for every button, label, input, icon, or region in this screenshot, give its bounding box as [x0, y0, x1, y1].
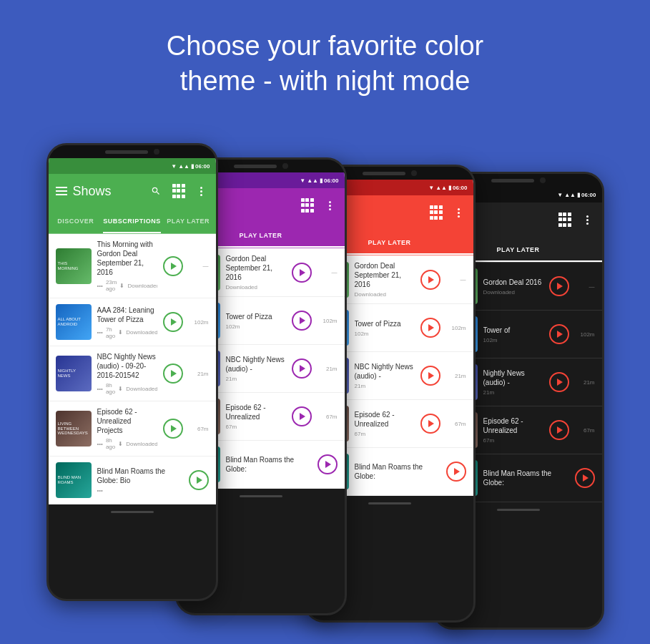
play-button-r3[interactable] — [420, 366, 440, 386]
play-button-p3[interactable] — [292, 358, 312, 379]
meta-time-1: 23m ago — [106, 279, 117, 292]
tab-discover[interactable]: DISCOVER — [49, 208, 104, 233]
podcast-info-d4: Episode 62 - Unrealized 67m — [483, 416, 543, 444]
more-options-button-purple[interactable] — [323, 198, 338, 213]
podcast-title-1: This Morning with Gordon Deal September … — [97, 240, 157, 277]
more-options-button-dark[interactable] — [581, 213, 595, 227]
play-button-1[interactable] — [163, 256, 183, 276]
podcast-meta-p1: Downloaded — [226, 284, 286, 291]
podcast-meta-d3: 21m — [483, 389, 543, 396]
play-button-p5[interactable] — [317, 454, 338, 474]
grid-view-button-purple[interactable] — [300, 198, 315, 213]
duration-p1: — — [317, 269, 338, 275]
grid-view-button[interactable] — [172, 184, 186, 198]
bar-icons-red — [429, 205, 466, 220]
play-triangle-d5 — [583, 474, 589, 482]
podcast-title-d2: Tower of — [483, 326, 543, 335]
play-triangle-d3 — [557, 379, 563, 386]
duration-p3: 21m — [317, 366, 338, 372]
podcast-info-r4: Episode 62 - Unrealized 67m — [355, 410, 415, 437]
play-button-4[interactable] — [163, 419, 183, 439]
podcast-meta-r3: 21m — [355, 383, 415, 389]
podcast-meta-1: ••• 23m ago ⬇ Downloaded — [97, 279, 157, 292]
wifi-icon: ▼ — [171, 163, 177, 170]
play-button-d2[interactable] — [549, 324, 569, 344]
time-purple: 06:00 — [324, 177, 338, 184]
play-button-d1[interactable] — [549, 276, 569, 296]
play-button-5[interactable] — [189, 470, 209, 490]
play-triangle-p1 — [300, 269, 305, 276]
play-button-2[interactable] — [163, 312, 183, 332]
podcast-thumb-label-3: NIGHTLY NEWS — [56, 356, 92, 391]
duration-4: 67m — [189, 426, 209, 432]
grid-view-button-red[interactable] — [429, 205, 443, 220]
phone-notch-green — [49, 145, 216, 158]
speaker-green — [105, 150, 148, 154]
podcast-thumb-5: BLIND MAN ROAMS — [56, 462, 92, 498]
play-button-d5[interactable] — [575, 468, 595, 488]
podcast-title-d4: Episode 62 - Unrealized — [483, 416, 543, 435]
tabs-green: DISCOVER SUBSCRIPTIONS PLAY LATER — [49, 208, 216, 234]
meta-status-1: Downloaded — [127, 283, 157, 289]
time-dark: 06:00 — [581, 192, 596, 198]
play-button-d3[interactable] — [549, 372, 569, 392]
podcast-meta-p3: 21m — [226, 376, 286, 382]
play-button-3[interactable] — [163, 364, 183, 384]
play-triangle-p4 — [300, 413, 305, 420]
podcast-title-d3: Nightly News (audio) - — [483, 369, 543, 387]
podcast-title-3: NBC Nightly News (audio) - 09-20-2016-20… — [97, 352, 157, 380]
podcast-item-2: ALL ABOUT ANDROID AAA 284: Leaning Tower… — [49, 298, 216, 346]
play-triangle-d1 — [557, 283, 563, 290]
podcast-item-1: THIS MORNING This Morning with Gordon De… — [49, 234, 216, 298]
play-button-r4[interactable] — [420, 414, 440, 434]
podcast-info-4: Episode 62 - Unrealized Projects ••• 8h … — [97, 407, 157, 450]
play-button-r5[interactable] — [446, 462, 466, 482]
meta-status-3: Downloaded — [126, 386, 157, 392]
home-indicator-dark — [497, 509, 540, 511]
podcast-info-2: AAA 284: Leaning Tower of Pizza ••• 7h a… — [97, 306, 157, 339]
meta-time-3: 8h ago — [106, 382, 115, 395]
podcast-title-r3: NBC Nightly News (audio) - — [355, 362, 415, 381]
meta-download-icon-1: ⬇ — [119, 283, 124, 289]
wifi-icon-purple: ▼ — [300, 177, 305, 184]
play-triangle-p2 — [300, 317, 305, 324]
podcast-thumb-3: NIGHTLY NEWS — [56, 356, 92, 391]
podcast-meta-3: ••• 8h ago ⬇ Downloaded — [97, 382, 157, 395]
play-button-p1[interactable] — [292, 263, 312, 283]
tab-play-later[interactable]: PLAY LATER — [161, 208, 216, 233]
podcast-title-r2: Tower of Pizza — [355, 319, 415, 328]
play-button-p4[interactable] — [292, 406, 312, 426]
play-triangle-3 — [171, 370, 177, 377]
tab-subscriptions[interactable]: SUBSCRIPTIONS — [103, 208, 161, 233]
play-button-r1[interactable] — [420, 270, 440, 290]
podcast-info-d5: Blind Man Roams the Globe: — [483, 469, 569, 487]
battery-icon: ▮ — [191, 163, 194, 170]
podcast-info-p5: Blind Man Roams the Globe: — [226, 455, 312, 474]
page-background: Choose your favorite color theme - with … — [0, 0, 650, 121]
time-red: 06:00 — [453, 185, 467, 191]
play-button-r2[interactable] — [420, 318, 440, 338]
camera-green — [154, 149, 159, 155]
home-indicator-red — [368, 502, 411, 504]
play-button-p2[interactable] — [292, 311, 312, 331]
more-options-button-red[interactable] — [452, 205, 466, 220]
play-button-d4[interactable] — [549, 420, 569, 440]
grid-view-button-dark[interactable] — [558, 213, 572, 227]
screen-green: ▼ ▲▲ ▮ 06:00 Shows — [49, 158, 216, 504]
meta-time-4: 8h ago — [106, 437, 115, 450]
play-triangle-r4 — [428, 420, 434, 427]
meta-download-icon-2: ⬇ — [118, 329, 123, 336]
podcast-thumb-2: ALL ABOUT ANDROID — [56, 304, 92, 340]
home-indicator-green — [111, 511, 154, 513]
battery-icon-purple: ▮ — [320, 177, 322, 184]
podcast-title-5: Blind Man Roams the Globe: Bio — [97, 467, 183, 485]
hamburger-icon[interactable] — [56, 187, 67, 195]
podcast-item-4: LIVING BETWEEN WEDNESDAYS Episode 62 - U… — [49, 401, 216, 457]
podcast-info-r1: Gordon Deal September 21, 2016 Downloade… — [355, 261, 415, 298]
podcast-info-r5: Blind Man Roams the Globe: — [355, 462, 440, 481]
play-triangle-r5 — [454, 468, 460, 475]
bar-icons-purple — [300, 198, 338, 213]
search-button[interactable] — [149, 184, 163, 198]
more-options-button[interactable] — [194, 184, 209, 198]
signal-icon-red: ▲▲ — [435, 185, 447, 191]
